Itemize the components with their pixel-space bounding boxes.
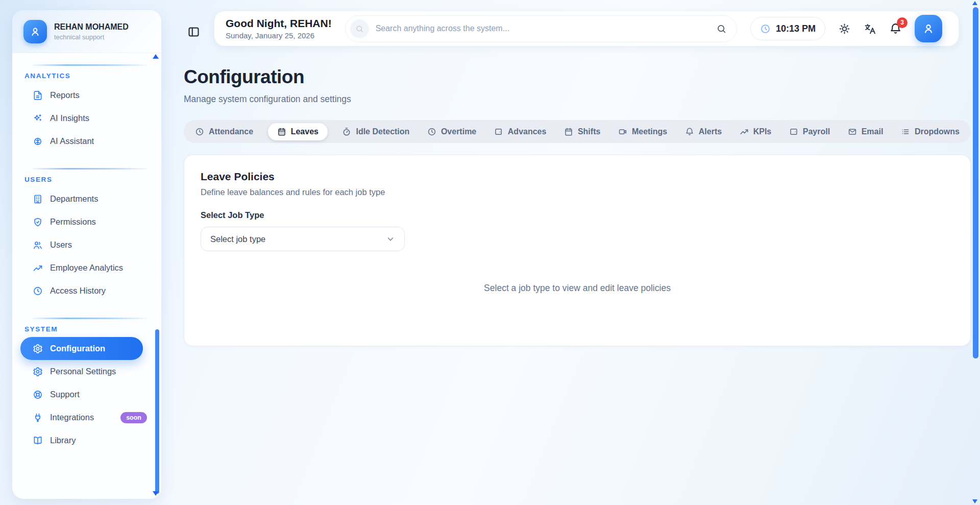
file-text-icon [33, 90, 43, 101]
panel-title: Leave Policies [201, 171, 954, 183]
tab-alerts[interactable]: Alerts [682, 123, 725, 140]
tab-kpis[interactable]: KPIs [737, 123, 775, 140]
sidebar-item-departments[interactable]: Departments [20, 187, 153, 210]
profile-avatar [23, 20, 47, 43]
tab-dropdowns[interactable]: Dropdowns [898, 123, 963, 140]
clock-icon [760, 23, 771, 34]
section-divider [33, 64, 147, 66]
sidebar-item-library[interactable]: Library [20, 429, 153, 452]
trending-up-icon [740, 127, 749, 136]
gear-icon [33, 344, 43, 354]
calendar-icon [277, 127, 286, 136]
life-buoy-icon [33, 390, 43, 400]
calendar-icon [564, 127, 573, 136]
search-avatar-circle [350, 19, 369, 38]
notification-count-badge: 3 [897, 17, 908, 28]
empty-state-message: Select a job type to view and edit leave… [201, 283, 954, 294]
search-input[interactable] [376, 24, 708, 33]
section-divider [33, 168, 147, 170]
sidebar-scrollbar[interactable] [155, 329, 159, 494]
sidebar-item-access-history[interactable]: Access History [20, 279, 153, 302]
global-search [345, 15, 737, 42]
clock-widget[interactable]: 10:13 PM [750, 17, 825, 40]
clock-icon [33, 286, 43, 296]
page-scroll-up-arrow[interactable] [972, 1, 977, 5]
section-title-system: SYSTEM [24, 325, 153, 333]
greeting-date: Sunday, January 25, 2026 [226, 31, 332, 40]
languages-icon [864, 22, 876, 35]
sidebar-item-label: Integrations [50, 413, 94, 422]
chevron-down-icon [386, 234, 395, 244]
panel-left-icon [187, 25, 201, 39]
user-icon [922, 22, 935, 35]
book-open-icon [33, 436, 43, 446]
list-icon [901, 127, 910, 136]
page-title: Configuration [184, 66, 971, 88]
gear-icon [33, 367, 43, 377]
tab-attendance[interactable]: Attendance [192, 123, 256, 140]
tab-idle-detection[interactable]: Idle Detection [339, 123, 412, 140]
sidebar-scroll-up-arrow[interactable] [153, 54, 159, 59]
tab-shifts[interactable]: Shifts [561, 123, 603, 140]
sidebar-item-personal-settings[interactable]: Personal Settings [20, 360, 153, 383]
section-divider [33, 318, 147, 319]
current-time: 10:13 PM [776, 23, 816, 34]
profile-role: technical support [54, 33, 129, 41]
wallet-icon [789, 127, 798, 136]
notifications-button[interactable]: 3 [889, 22, 902, 35]
tab-payroll[interactable]: Payroll [786, 123, 833, 140]
job-type-select[interactable]: Select job type [201, 227, 405, 251]
section-title-users: USERS [24, 176, 153, 183]
section-title-analytics: ANALYTICS [24, 72, 153, 80]
sidebar-item-permissions[interactable]: Permissions [20, 210, 153, 233]
tab-leaves[interactable]: Leaves [268, 123, 328, 140]
configuration-tabs: Attendance Leaves Idle Detection Overtim… [184, 120, 971, 143]
video-icon [618, 127, 627, 136]
theme-toggle-button[interactable] [838, 22, 851, 35]
profile-card[interactable]: REHAN MOHAMED technical support [12, 10, 161, 53]
search-icon[interactable] [716, 23, 727, 34]
sidebar-item-users[interactable]: Users [20, 233, 153, 256]
greeting-block: Good Night, REHAN! Sunday, January 25, 2… [226, 17, 332, 40]
page-scroll-down-arrow[interactable] [972, 499, 977, 503]
page-scrollbar[interactable] [973, 7, 978, 358]
search-icon [355, 25, 364, 33]
mail-icon [848, 127, 857, 136]
top-bar: Good Night, REHAN! Sunday, January 25, 2… [214, 11, 959, 46]
language-toggle-button[interactable] [864, 22, 876, 35]
tab-overtime[interactable]: Overtime [424, 123, 479, 140]
sidebar-item-ai-insights[interactable]: AI Insights [20, 107, 153, 130]
sidebar-item-reports[interactable]: Reports [20, 84, 153, 107]
soon-badge: soon [120, 412, 147, 423]
panel-subtitle: Define leave balances and rules for each… [201, 187, 954, 197]
sidebar-item-integrations[interactable]: Integrations soon [20, 406, 153, 429]
sidebar-item-configuration[interactable]: Configuration [20, 337, 143, 360]
sidebar-item-label: Users [50, 240, 72, 250]
sparkles-icon [33, 113, 43, 124]
sidebar-item-ai-assistant[interactable]: AI Assistant [20, 130, 153, 153]
sidebar-item-label: AI Insights [50, 113, 89, 123]
sidebar-item-employee-analytics[interactable]: Employee Analytics [20, 256, 153, 279]
user-menu-button[interactable] [915, 15, 942, 42]
tab-meetings[interactable]: Meetings [615, 123, 670, 140]
page-subtitle: Manage system configuration and settings [184, 94, 971, 105]
sidebar-toggle-button[interactable] [187, 25, 201, 39]
tab-advances[interactable]: Advances [491, 123, 550, 140]
main-content: Configuration Manage system configuratio… [184, 66, 971, 346]
brain-icon [33, 136, 43, 147]
bell-icon [685, 127, 694, 136]
plug-icon [33, 413, 43, 423]
sidebar-item-label: Personal Settings [50, 367, 116, 376]
clock-icon [427, 127, 436, 136]
job-type-label: Select Job Type [201, 210, 954, 220]
sidebar-scroll-down-arrow[interactable] [153, 491, 159, 496]
shield-check-icon [33, 217, 43, 227]
profile-name: REHAN MOHAMED [54, 22, 129, 32]
header-actions: 10:13 PM 3 [750, 15, 942, 42]
sidebar-item-support[interactable]: Support [20, 383, 153, 406]
tab-email[interactable]: Email [845, 123, 887, 140]
sidebar-item-label: AI Assistant [50, 136, 94, 146]
sidebar-item-label: Library [50, 436, 76, 445]
user-icon [29, 26, 41, 38]
sidebar-item-label: Access History [50, 286, 106, 296]
